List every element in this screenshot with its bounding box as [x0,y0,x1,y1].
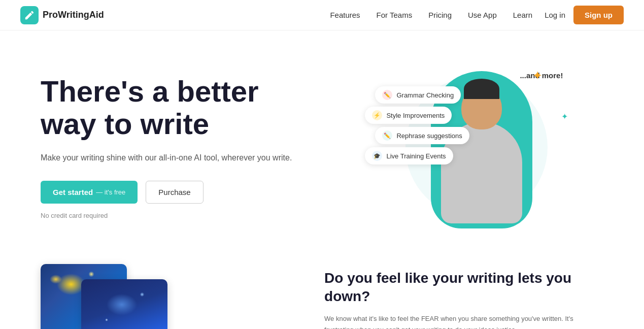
section2-images: My idea in my head [41,264,294,329]
hero-content: There's a better way to write Make your … [41,75,350,219]
hero-subtitle: Make your writing shine with our all-in-… [41,151,350,164]
nav-use-app[interactable]: Use App [468,11,497,19]
nav-pricing[interactable]: Pricing [428,11,452,19]
no-credit-text: No credit card required [41,212,350,219]
illustration-container: ✏️ Grammar Checking ⚡ Style Improvements… [390,66,563,228]
grammar-icon: ✏️ [382,90,392,100]
nav-for-teams[interactable]: For Teams [377,11,413,19]
logo-icon [20,6,39,24]
nav-links: Features For Teams Pricing Use App Learn [330,11,532,20]
signup-button[interactable]: Sign up [573,6,624,24]
star-decoration-top: ✦ [532,69,543,83]
nav-features[interactable]: Features [330,11,360,19]
section2-title: Do you feel like your writing lets you d… [324,269,603,306]
nav-learn[interactable]: Learn [513,11,532,19]
badge-rephrase: ✏️ Rephrase suggestions [375,127,469,144]
star-decoration-mid: ✦ [561,112,568,121]
logo-link[interactable]: ProWritingAid [20,6,104,24]
style-icon: ⚡ [372,110,382,120]
logo-text: ProWritingAid [43,10,104,20]
purchase-button[interactable]: Purchase [146,181,203,204]
badge-grammar: ✏️ Grammar Checking [375,86,461,104]
section2: My idea in my head Do you feel like your… [0,254,644,329]
hero-title: There's a better way to write [41,75,350,140]
navbar: ProWritingAid Features For Teams Pricing… [0,0,644,30]
get-started-button[interactable]: Get started — it's free [41,181,138,204]
painting-front [81,279,167,329]
section2-content: Do you feel like your writing lets you d… [324,264,603,329]
painting-cards: My idea in my head [41,264,213,329]
rephrase-icon: ✏️ [382,130,392,141]
section2-text: We know what it's like to feel the FEAR … [324,313,603,329]
training-icon: 🎓 [372,151,382,161]
hero-buttons: Get started — it's free Purchase [41,181,350,204]
person-head [461,86,502,129]
hero-section: There's a better way to write Make your … [0,30,644,254]
badge-training: 🎓 Live Training Events [365,147,453,164]
login-button[interactable]: Log in [545,11,565,19]
badge-style: ⚡ Style Improvements [365,107,452,124]
hero-illustration: ✏️ Grammar Checking ⚡ Style Improvements… [350,61,603,234]
